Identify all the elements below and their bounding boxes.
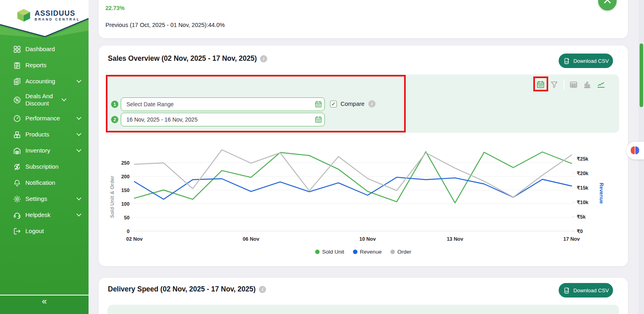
sidebar-item-label: Dashboard [25, 45, 81, 53]
legend-item-sold-unit[interactable]: Sold Unit [315, 249, 344, 255]
sidebar-item-label: Notification [25, 179, 81, 186]
download-csv-button[interactable]: csv Download CSV [559, 283, 613, 297]
legend-dot [315, 250, 320, 254]
table-icon[interactable] [569, 80, 578, 89]
sidebar-item-reports[interactable]: Reports [0, 57, 89, 73]
calendar-icon[interactable] [314, 116, 322, 124]
calendar-icon[interactable] [536, 80, 545, 89]
svg-text:₹5k: ₹5k [577, 214, 586, 220]
sidebar-item-label: Reports [25, 62, 81, 69]
chevron-up-icon [604, 0, 611, 7]
dashboard-icon [13, 45, 21, 54]
sidebar-item-settings[interactable]: Settings [0, 191, 89, 207]
sidebar-collapse-button[interactable]: « [0, 295, 89, 314]
svg-text:13 Nov: 13 Nov [447, 236, 463, 242]
svg-text:50: 50 [124, 215, 130, 221]
svg-text:Revenue: Revenue [599, 183, 604, 204]
inventory-icon [13, 147, 21, 155]
accounting-icon [13, 77, 21, 86]
chevron-down-icon [76, 149, 81, 152]
logo-cube-icon [16, 7, 31, 23]
scrollbar-thumb[interactable] [640, 43, 643, 107]
legend-item-order[interactable]: Order [390, 249, 411, 255]
svg-text:10 Nov: 10 Nov [359, 236, 376, 242]
subscription-icon [13, 163, 21, 171]
info-icon[interactable]: i [260, 55, 267, 62]
reports-icon [13, 61, 21, 70]
compare-info-icon[interactable]: i [368, 100, 376, 107]
calendar-icon[interactable] [314, 100, 322, 108]
svg-text:₹25k: ₹25k [577, 156, 588, 162]
sales-chart-canvas[interactable]: 050100150200250₹0₹5k₹10k₹15k₹20k₹25k02 N… [108, 145, 611, 244]
chevron-down-icon [62, 98, 66, 101]
sidebar-item-dashboard[interactable]: Dashboard [0, 41, 89, 57]
sidebar-item-label: Performance [25, 115, 76, 122]
svg-text:csv: csv [565, 289, 569, 292]
legend-label: Revenue [360, 249, 382, 255]
sidebar-item-label: Accounting [25, 78, 76, 85]
sidebar-item-notification[interactable]: Notification [0, 175, 89, 191]
toolbar-divider [564, 79, 564, 90]
svg-text:150: 150 [121, 188, 130, 193]
sidebar-item-subscription[interactable]: Subscription [0, 159, 89, 175]
logout-icon [13, 227, 21, 236]
legend-label: Sold Unit [322, 249, 344, 255]
sidebar-item-label: Logout [25, 227, 81, 235]
svg-text:250: 250 [121, 160, 130, 166]
delivery-speed-card: Delivery Speed (02 Nov, 2025 - 17 Nov, 2… [99, 278, 628, 314]
svg-text:₹15k: ₹15k [577, 185, 588, 191]
sidebar-item-logout[interactable]: Logout [0, 223, 89, 239]
sidebar-item-label: Deals And Discount [25, 93, 62, 107]
legend-dot [353, 250, 357, 254]
sidebar-item-inventory[interactable]: Inventory [0, 143, 89, 159]
chart-legend: Sold UnitRevenueOrder [99, 249, 628, 255]
chevron-down-icon [76, 213, 81, 217]
sales-overview-title: Sales Overview (02 Nov, 2025 - 17 Nov, 2… [108, 54, 257, 63]
chart-toolbar [536, 79, 605, 90]
products-icon [13, 130, 21, 139]
delivery-speed-title: Delivery Speed (02 Nov, 2025 - 17 Nov, 2… [108, 285, 256, 293]
sidebar-nav: DashboardReportsAccountingDeals And Disc… [0, 41, 89, 239]
sidebar-item-label: Settings [25, 195, 76, 202]
sidebar-item-performance[interactable]: Performance [0, 110, 89, 126]
legend-dot [390, 250, 395, 254]
csv-file-icon: csv [563, 57, 570, 65]
chevron-down-icon [76, 117, 81, 120]
csv-file-icon: csv [563, 287, 570, 294]
sidebar-item-deals-and-discount[interactable]: Deals And Discount [0, 89, 89, 110]
line-chart-icon[interactable] [597, 80, 605, 89]
chevron-down-icon [76, 133, 81, 136]
bar-chart-icon[interactable] [583, 80, 592, 89]
compare-label: Compare [341, 101, 365, 107]
compare-date-range-input[interactable] [121, 113, 325, 126]
svg-text:0: 0 [127, 229, 130, 234]
logo[interactable]: ASSIDUUS BRAND CENTRAL [16, 7, 80, 23]
helpdesk-icon [13, 211, 21, 219]
settings-icon [13, 195, 21, 203]
assistant-widget[interactable] [626, 142, 644, 159]
download-csv-button[interactable]: csv Download CSV [559, 54, 613, 68]
legend-item-revenue[interactable]: Revenue [353, 249, 382, 255]
sidebar: ASSIDUUS BRAND CENTRAL DashboardReportsA… [0, 0, 89, 314]
sidebar-item-label: Inventory [25, 147, 76, 154]
deals-icon [13, 96, 21, 104]
info-icon[interactable]: i [259, 286, 266, 293]
svg-text:₹0: ₹0 [577, 229, 583, 234]
sales-overview-card: Sales Overview (02 Nov, 2025 - 17 Nov, 2… [99, 45, 628, 266]
sidebar-item-products[interactable]: Products [0, 126, 89, 143]
sidebar-item-accounting[interactable]: Accounting [0, 73, 89, 89]
sidebar-header: ASSIDUUS BRAND CENTRAL [0, 0, 89, 40]
filter-icon[interactable] [550, 80, 559, 89]
compare-checkbox[interactable]: ✓ [330, 101, 337, 107]
legend-label: Order [397, 249, 411, 255]
brain-icon [630, 145, 640, 156]
date-range-input[interactable] [121, 97, 325, 111]
delivery-controls-panel [107, 305, 619, 314]
sidebar-item-helpdesk[interactable]: Helpdesk [0, 207, 89, 223]
previous-period-card: 22.73% Previous (17 Oct, 2025 - 01 Nov, … [99, 0, 628, 38]
svg-text:17 Nov: 17 Nov [564, 236, 580, 242]
chevron-down-icon [76, 197, 81, 200]
svg-text:Sold Unit & Order: Sold Unit & Order [109, 176, 115, 218]
step-1-badge: 1 [111, 101, 118, 108]
logo-subtitle: BRAND CENTRAL [35, 17, 80, 22]
